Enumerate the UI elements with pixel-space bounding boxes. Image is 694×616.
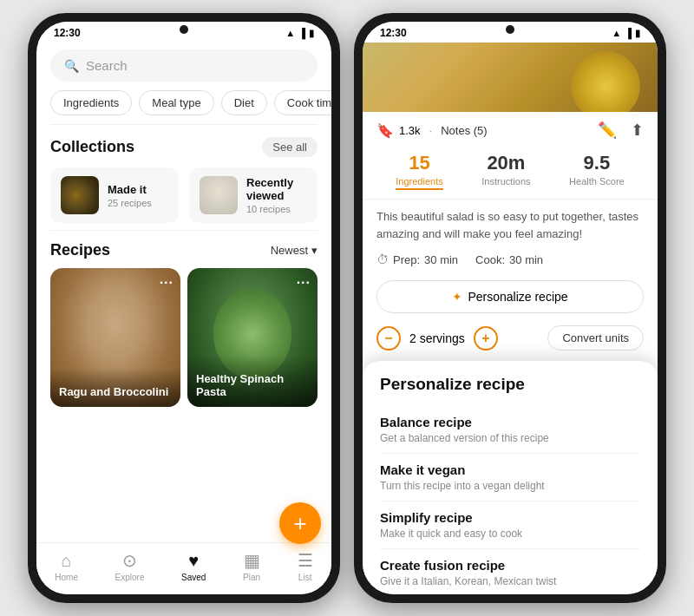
recent-count: 10 recipes (246, 204, 307, 214)
collection-made-it[interactable]: Made it 25 recipes (50, 167, 179, 223)
recipe-description: This beautiful salad is so easy to put t… (363, 200, 658, 249)
battery-icon: ▮ (309, 28, 314, 39)
stat-health[interactable]: 9.5 Health Score (569, 152, 625, 190)
made-it-count: 25 recipes (108, 198, 152, 208)
sort-button[interactable]: Newest ▾ (271, 244, 318, 257)
search-bar[interactable]: 🔍 Search (50, 49, 318, 82)
panel-item-balance[interactable]: Balance recipe Get a balanced version of… (380, 406, 640, 454)
cook-value: 30 min (509, 253, 543, 266)
add-fab-button[interactable]: + (279, 502, 321, 544)
servings-control: − 2 servings + (376, 326, 498, 351)
nav-plan-label: Plan (243, 573, 260, 582)
fusion-desc: Give it a Italian, Korean, Mexican twist (380, 575, 640, 587)
nav-explore-label: Explore (115, 573, 145, 582)
recipe-detail-header: 🔖 1.3k · Notes (5) ✏️ ⬆ (363, 112, 658, 145)
search-icon: 🔍 (64, 59, 79, 73)
balance-title: Balance recipe (380, 415, 640, 429)
increase-servings-button[interactable]: + (474, 326, 498, 351)
nav-saved[interactable]: ♥ Saved (181, 551, 206, 582)
see-all-button[interactable]: See all (262, 137, 318, 157)
camera-dot-right (506, 25, 514, 34)
camera-dot (180, 25, 188, 34)
bookmark-icon: 🔖 (376, 122, 394, 139)
header-actions: ✏️ ⬆ (598, 121, 644, 140)
status-icons-left: ▲ ▐ ▮ (285, 28, 314, 39)
notes-label[interactable]: Notes (5) (441, 124, 487, 137)
ragu-label: Ragu and Broccolini (50, 368, 180, 407)
chip-meal-type[interactable]: Meal type (139, 90, 213, 115)
nav-list-label: List (298, 573, 312, 582)
stat-instructions[interactable]: 20m Instructions (481, 152, 530, 190)
stat-health-label: Health Score (569, 176, 625, 187)
collection-recent[interactable]: Recently viewed 10 recipes (189, 167, 318, 223)
clock-icon-prep: ⏱ (376, 252, 389, 266)
recipe-card-spinach[interactable]: ··· Healthy Spinach Pasta (187, 268, 318, 407)
recipe-grid: ··· Ragu and Broccolini ··· Healthy Spin… (50, 268, 318, 407)
cook-time: Cook: 30 min (475, 252, 543, 266)
balance-desc: Get a balanced version of this recipe (380, 432, 640, 444)
panel-item-fusion[interactable]: Create fusion recipe Give it a Italian, … (380, 549, 640, 594)
stats-row: 15 Ingredients 20m Instructions 9.5 Heal… (363, 145, 658, 200)
bookmark-number: 1.3k (399, 124, 421, 137)
panel-item-vegan[interactable]: Make it vegan Turn this recipe into a ve… (380, 454, 640, 501)
edit-icon[interactable]: ✏️ (598, 121, 617, 140)
collections-section: Collections See all Made it 25 recipes (36, 125, 331, 230)
personalize-recipe-button[interactable]: ✦ Personalize recipe (376, 280, 644, 313)
made-it-image (61, 176, 99, 214)
recipe-menu-ragu[interactable]: ··· (160, 275, 174, 291)
stat-ingredients-value: 15 (396, 152, 442, 174)
nav-home-label: Home (55, 573, 78, 582)
saved-icon: ♥ (188, 551, 199, 571)
decrease-servings-button[interactable]: − (376, 326, 401, 351)
hero-image (363, 43, 658, 112)
search-bar-wrap: 🔍 Search (36, 43, 331, 87)
simplify-title: Simplify recipe (380, 510, 640, 525)
personalize-panel: Personalize recipe Balance recipe Get a … (363, 361, 658, 594)
chevron-down-icon: ▾ (311, 244, 318, 257)
time-row: ⏱ Prep: 30 min Cook: 30 min (363, 249, 658, 275)
wifi-icon-right: ▲ (612, 28, 621, 38)
recent-info: Recently viewed 10 recipes (246, 176, 307, 214)
nav-list[interactable]: ☰ List (298, 550, 313, 582)
explore-icon: ⊙ (122, 550, 137, 571)
right-phone: 12:30 ▲ ▐ ▮ 🔖 1.3k · Notes (5) ✏️ ⬆ (354, 13, 666, 603)
nav-plan[interactable]: ▦ Plan (243, 550, 260, 582)
chip-ingredients[interactable]: Ingredients (50, 90, 132, 115)
filter-chips: Ingredients Meal type Diet Cook time (36, 87, 331, 124)
vegan-desc: Turn this recipe into a vegan delight (380, 480, 640, 492)
status-icons-right: ▲ ▐ ▮ (612, 28, 640, 39)
stat-health-value: 9.5 (569, 152, 625, 174)
recipe-menu-spinach[interactable]: ··· (297, 275, 311, 291)
nav-home[interactable]: ⌂ Home (55, 551, 78, 582)
panel-item-simplify[interactable]: Simplify recipe Make it quick and easy t… (380, 501, 640, 549)
servings-count: 2 servings (409, 331, 465, 345)
nav-saved-label: Saved (181, 573, 206, 582)
made-it-title: Made it (108, 183, 152, 196)
time-right: 12:30 (380, 27, 407, 39)
collections-row: Made it 25 recipes Recently viewed 10 re… (50, 167, 318, 223)
recent-image (200, 176, 238, 214)
bookmark-count: 🔖 1.3k · Notes (5) (376, 122, 488, 139)
convert-units-button[interactable]: Convert units (547, 325, 644, 351)
stat-instructions-label: Instructions (481, 176, 530, 187)
recipes-section: Recipes Newest ▾ ··· Ragu and Broccolini… (36, 231, 331, 542)
share-icon[interactable]: ⬆ (631, 121, 644, 140)
vegan-title: Make it vegan (380, 462, 640, 477)
search-placeholder: Search (86, 58, 128, 73)
recipe-card-ragu[interactable]: ··· Ragu and Broccolini (50, 268, 180, 407)
stat-ingredients[interactable]: 15 Ingredients (396, 152, 442, 190)
recent-title: Recently viewed (246, 176, 307, 202)
chip-cook-time[interactable]: Cook time (274, 90, 331, 115)
personalize-btn-label: Personalize recipe (468, 290, 567, 304)
prep-time: ⏱ Prep: 30 min (376, 252, 458, 266)
nav-explore[interactable]: ⊙ Explore (115, 550, 145, 582)
cook-label: Cook: (475, 253, 505, 266)
left-phone: 12:30 ▲ ▐ ▮ 🔍 Search Ingredients Meal ty… (28, 13, 340, 603)
made-it-info: Made it 25 recipes (108, 183, 152, 208)
home-icon: ⌂ (62, 551, 72, 571)
chip-diet[interactable]: Diet (221, 90, 267, 115)
collections-title: Collections (50, 138, 134, 156)
fusion-title: Create fusion recipe (380, 558, 640, 573)
recipes-title: Recipes (50, 241, 110, 259)
collections-header: Collections See all (50, 137, 318, 157)
